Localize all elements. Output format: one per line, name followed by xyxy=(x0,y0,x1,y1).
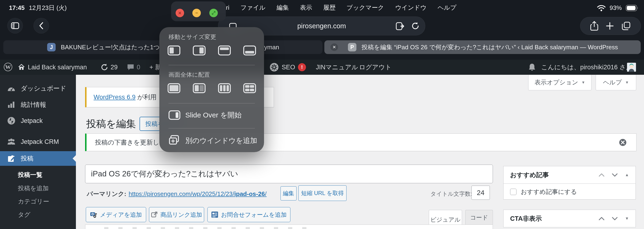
arrange-section-label: 画面全体に配置 xyxy=(168,71,210,78)
tab2-title: 投稿を編集 “iPad OS 26 で何が変わった?これはヤバい” ‹ Laid… xyxy=(362,40,618,54)
back-button[interactable] xyxy=(34,18,49,34)
add-window-menu-item[interactable]: 別のウインドウを追加 xyxy=(159,132,264,148)
sidebar-item-dashboard[interactable]: ダッシュボード xyxy=(0,81,76,96)
updates-icon xyxy=(101,64,108,71)
home-icon xyxy=(18,64,25,71)
screen-options-tab[interactable]: 表示オプション ▼ xyxy=(528,75,592,90)
dashboard-icon xyxy=(7,85,16,92)
slide-over-menu-item[interactable]: Slide Over を開始 xyxy=(159,107,264,123)
translate-icon[interactable] xyxy=(396,22,404,30)
arrange-three-split-icon[interactable] xyxy=(218,83,231,93)
tab1-favicon: J xyxy=(47,43,56,52)
wifi-icon xyxy=(597,5,606,11)
get-short-url-button[interactable]: 短縮 URL を取得 xyxy=(298,185,346,201)
notification-bell-icon[interactable] xyxy=(528,63,536,72)
post-title-input[interactable]: iPad OS 26で何が変わった?これはヤバい xyxy=(85,164,493,183)
move-down-icon[interactable] xyxy=(612,217,618,220)
sidebar-sub-tags[interactable]: タグ xyxy=(0,208,76,221)
post-title-value: iPad OS 26で何が変わった?これはヤバい xyxy=(91,169,238,179)
move-up-icon[interactable] xyxy=(598,173,605,177)
tab1-title: BAKUNEレビュー!欠点はたった1つ。 xyxy=(61,40,166,54)
close-window-button[interactable]: ✕ xyxy=(176,9,184,17)
user-avatar[interactable] xyxy=(627,63,636,72)
jetpack-icon xyxy=(7,117,16,125)
menu-help[interactable]: ヘルプ xyxy=(438,4,456,12)
editor-tab-code[interactable]: コード xyxy=(465,210,493,225)
wordpress-logo-icon[interactable]: W xyxy=(4,63,12,71)
slide-over-label: Slide Over を開始 xyxy=(185,110,242,120)
logout-label: ログアウト xyxy=(359,63,392,72)
dismiss-notice-icon[interactable] xyxy=(619,138,627,146)
seo-warning-badge: ! xyxy=(298,63,306,71)
menu-bookmarks[interactable]: ブックマーク xyxy=(346,4,384,12)
reload-icon[interactable] xyxy=(411,22,420,30)
window-controls-panel: ✕ − ⤢ xyxy=(171,2,226,21)
tab-edit-post-active[interactable]: ✕ P 投稿を編集 “iPad OS 26 で何が変わった?これはヤバい” ‹ … xyxy=(324,40,641,54)
tabs-overview-icon[interactable] xyxy=(621,21,631,31)
arrange-full-icon[interactable] xyxy=(168,83,180,93)
new-tab-icon[interactable] xyxy=(606,22,614,30)
sidebar-sub-add-post[interactable]: 投稿を追加 xyxy=(0,182,76,195)
add-product-link-button[interactable]: 商品リンク追加 xyxy=(149,207,204,222)
tab2-close-icon[interactable]: ✕ xyxy=(330,44,338,51)
popup-divider xyxy=(168,128,255,128)
admin-bar-comments[interactable]: 0 xyxy=(127,60,140,75)
sidebar-item-posts[interactable]: 投稿 xyxy=(0,151,76,166)
recommended-panel-header[interactable]: おすすめ記事 ▲ xyxy=(504,166,636,184)
add-contact-form-button[interactable]: お問合せフォームを追加 xyxy=(208,207,290,222)
sidebar-toggle-button[interactable] xyxy=(7,18,23,34)
expand-toggle-icon[interactable]: ▼ xyxy=(625,216,629,221)
admin-bar-seo[interactable]: SEO ! xyxy=(270,60,306,75)
share-icon[interactable] xyxy=(590,21,598,31)
title-count-label: タイトル文字数: xyxy=(430,190,472,198)
admin-bar-jin-manual[interactable]: JINマニュアル xyxy=(316,60,358,75)
menu-window[interactable]: ウインドウ xyxy=(395,4,426,12)
submenu-label: カテゴリー xyxy=(18,198,49,206)
sidebar-toggle-icon xyxy=(11,22,19,29)
add-media-button[interactable]: メディアを追加 xyxy=(86,207,146,222)
arrange-grid-icon[interactable] xyxy=(243,83,256,93)
sidebar-item-jetpack-crm[interactable]: Jetpack CRM xyxy=(0,134,76,149)
minimize-window-button[interactable]: − xyxy=(192,9,201,17)
chevron-down-icon: ▼ xyxy=(625,80,629,85)
move-up-icon[interactable] xyxy=(598,217,605,220)
recommended-post-panel: おすすめ記事 ▲ おすすめ記事にする xyxy=(503,166,636,200)
collapse-toggle-icon[interactable]: ▲ xyxy=(625,173,629,177)
add-media-icon xyxy=(90,211,97,218)
editor-toolbar-icons-hint xyxy=(104,227,307,229)
arrange-two-split-icon[interactable] xyxy=(193,83,206,93)
popup-divider xyxy=(168,65,255,65)
help-tab[interactable]: ヘルプ ▼ xyxy=(596,75,636,90)
menu-view[interactable]: 表示 xyxy=(300,4,312,12)
sidebar-item-stats[interactable]: 統計情報 xyxy=(0,98,76,112)
menu-history[interactable]: 履歴 xyxy=(323,4,336,12)
screen-options-label: 表示オプション xyxy=(534,78,578,86)
seo-label: SEO xyxy=(282,64,295,71)
sidebar-sub-post-list[interactable]: 投稿一覧 xyxy=(0,168,76,181)
add-window-icon xyxy=(168,135,180,145)
wordpress-update-link[interactable]: WordPress 6.9 xyxy=(94,94,136,101)
update-nag-text: が利用 xyxy=(136,94,156,101)
admin-bar-greeting[interactable]: こんにちは、piroshiki2016 さん xyxy=(541,60,632,75)
permalink-row: パーマリンク: https://pirosengen.com/wp/2025/1… xyxy=(87,188,266,200)
battery-percent: 93% xyxy=(610,4,622,12)
sidebar-item-jetpack[interactable]: Jetpack xyxy=(0,114,76,128)
edit-permalink-button[interactable]: 編集 xyxy=(280,186,296,200)
zoom-window-button[interactable]: ⤢ xyxy=(209,9,218,17)
menu-file[interactable]: ファイル xyxy=(240,4,266,12)
cta-panel-header[interactable]: CTA非表示 ▼ xyxy=(504,210,636,227)
tile-top-half-icon[interactable] xyxy=(218,46,231,56)
tile-right-half-icon[interactable] xyxy=(193,46,206,56)
admin-bar-updates[interactable]: 29 xyxy=(101,60,118,75)
admin-bar-logout[interactable]: ログアウト xyxy=(359,60,392,75)
move-down-icon[interactable] xyxy=(612,173,618,177)
permalink-link[interactable]: https://pirosengen.com/wp/2025/12/23/ipa… xyxy=(129,190,266,198)
status-right: 93% xyxy=(597,4,639,12)
recommended-checkbox[interactable] xyxy=(510,189,516,195)
admin-bar-site-name[interactable]: Laid Back salaryman xyxy=(18,60,87,75)
tile-left-half-icon[interactable] xyxy=(168,46,180,56)
add-window-label: 別のウインドウを追加 xyxy=(185,136,257,146)
sidebar-sub-categories[interactable]: カテゴリー xyxy=(0,195,76,208)
tile-bottom-half-icon[interactable] xyxy=(243,46,256,56)
menu-edit[interactable]: 編集 xyxy=(276,4,289,12)
